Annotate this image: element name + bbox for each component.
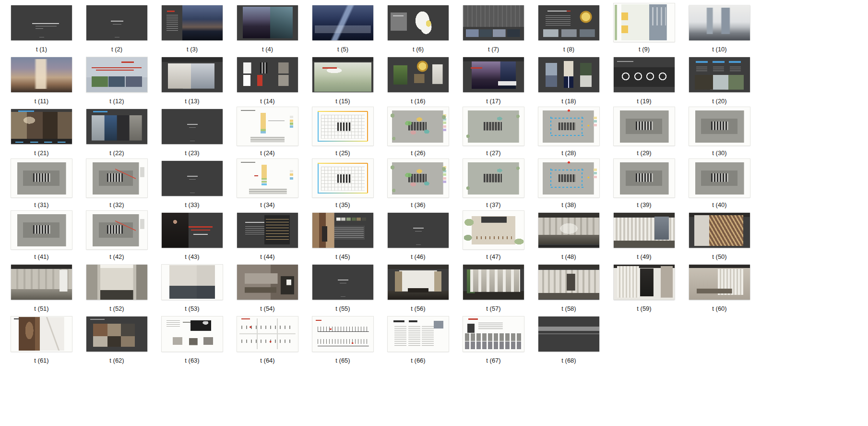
- slide-thumbnail[interactable]: [388, 213, 449, 248]
- slide-thumbnail[interactable]: [538, 213, 599, 248]
- slide-thumbnail[interactable]: [11, 57, 72, 92]
- file-item[interactable]: t (42): [79, 209, 155, 261]
- file-item[interactable]: t (36): [380, 158, 456, 209]
- file-item[interactable]: t (25): [305, 106, 380, 158]
- slide-thumbnail[interactable]: [86, 57, 147, 92]
- slide-thumbnail[interactable]: [463, 5, 524, 40]
- slide-thumbnail[interactable]: [463, 107, 524, 146]
- slide-thumbnail[interactable]: [689, 107, 750, 146]
- file-item[interactable]: t (5): [305, 2, 380, 54]
- slide-thumbnail[interactable]: [237, 107, 298, 146]
- slide-thumbnail[interactable]: [312, 57, 373, 92]
- file-item[interactable]: t (41): [4, 209, 79, 261]
- file-item[interactable]: t (23): [155, 106, 230, 158]
- file-item[interactable]: t (43): [155, 209, 230, 261]
- slide-thumbnail[interactable]: [237, 159, 298, 197]
- slide-thumbnail[interactable]: [689, 5, 750, 40]
- slide-thumbnail[interactable]: [538, 57, 599, 92]
- slide-thumbnail[interactable]: [162, 316, 223, 352]
- slide-thumbnail[interactable]: [463, 211, 524, 249]
- slide-thumbnail[interactable]: [237, 5, 298, 40]
- file-item[interactable]: t (17): [456, 54, 531, 106]
- file-item[interactable]: t (19): [606, 54, 682, 106]
- file-item[interactable]: t (56): [380, 261, 456, 313]
- file-item[interactable]: t (39): [606, 158, 682, 209]
- slide-thumbnail[interactable]: [86, 5, 147, 40]
- file-item[interactable]: t (34): [230, 158, 305, 209]
- slide-thumbnail[interactable]: [463, 316, 524, 352]
- slide-thumbnail[interactable]: [538, 265, 599, 300]
- slide-thumbnail[interactable]: [463, 57, 524, 92]
- file-item[interactable]: t (37): [456, 158, 531, 209]
- slide-thumbnail[interactable]: [312, 316, 373, 352]
- slide-thumbnail[interactable]: [312, 107, 373, 146]
- slide-thumbnail[interactable]: [614, 107, 675, 146]
- slide-thumbnail[interactable]: [614, 3, 675, 42]
- file-item[interactable]: t (33): [155, 158, 230, 209]
- file-item[interactable]: t (35): [305, 158, 380, 209]
- file-item[interactable]: t (66): [380, 313, 456, 365]
- slide-thumbnail[interactable]: [162, 57, 223, 92]
- slide-thumbnail[interactable]: [11, 265, 72, 300]
- file-item[interactable]: t (29): [606, 106, 682, 158]
- file-item[interactable]: t (54): [230, 261, 305, 313]
- file-item[interactable]: t (1): [4, 2, 79, 54]
- file-item[interactable]: t (44): [230, 209, 305, 261]
- slide-thumbnail[interactable]: [388, 5, 449, 40]
- slide-thumbnail[interactable]: [86, 211, 147, 249]
- file-item[interactable]: t (11): [4, 54, 79, 106]
- slide-thumbnail[interactable]: [237, 213, 298, 248]
- slide-thumbnail[interactable]: [614, 213, 675, 248]
- file-item[interactable]: t (7): [456, 2, 531, 54]
- file-item[interactable]: t (16): [380, 54, 456, 106]
- slide-thumbnail[interactable]: [162, 213, 223, 248]
- slide-thumbnail[interactable]: [463, 159, 524, 197]
- file-item[interactable]: t (9): [606, 2, 682, 54]
- file-item[interactable]: t (58): [531, 261, 606, 313]
- slide-thumbnail[interactable]: [86, 265, 147, 300]
- file-item[interactable]: t (21): [4, 106, 79, 158]
- file-item[interactable]: t (10): [682, 2, 757, 54]
- file-item[interactable]: t (3): [155, 2, 230, 54]
- file-item[interactable]: t (40): [682, 158, 757, 209]
- slide-thumbnail[interactable]: [162, 109, 223, 144]
- file-item[interactable]: t (55): [305, 261, 380, 313]
- slide-thumbnail[interactable]: [11, 109, 72, 144]
- file-item[interactable]: t (50): [682, 209, 757, 261]
- slide-thumbnail[interactable]: [162, 161, 223, 196]
- slide-thumbnail[interactable]: [388, 316, 449, 352]
- slide-thumbnail[interactable]: [388, 159, 449, 197]
- slide-thumbnail[interactable]: [388, 57, 449, 92]
- slide-thumbnail[interactable]: [312, 5, 373, 40]
- slide-thumbnail[interactable]: [162, 265, 223, 300]
- slide-thumbnail[interactable]: [689, 213, 750, 248]
- file-item[interactable]: t (30): [682, 106, 757, 158]
- file-item[interactable]: t (52): [79, 261, 155, 313]
- slide-thumbnail[interactable]: [614, 265, 675, 300]
- file-item[interactable]: t (28): [531, 106, 606, 158]
- file-item[interactable]: t (61): [4, 313, 79, 365]
- file-item[interactable]: t (63): [155, 313, 230, 365]
- file-item[interactable]: t (6): [380, 2, 456, 54]
- file-item[interactable]: t (67): [456, 313, 531, 365]
- slide-thumbnail[interactable]: [538, 159, 599, 197]
- slide-thumbnail[interactable]: [312, 265, 373, 300]
- file-item[interactable]: t (51): [4, 261, 79, 313]
- slide-thumbnail[interactable]: [689, 57, 750, 92]
- file-item[interactable]: t (46): [380, 209, 456, 261]
- file-item[interactable]: t (12): [79, 54, 155, 106]
- file-item[interactable]: t (60): [682, 261, 757, 313]
- file-item[interactable]: t (49): [606, 209, 682, 261]
- file-item[interactable]: t (26): [380, 106, 456, 158]
- slide-thumbnail[interactable]: [689, 265, 750, 300]
- file-item[interactable]: t (14): [230, 54, 305, 106]
- slide-thumbnail[interactable]: [237, 265, 298, 300]
- slide-thumbnail[interactable]: [237, 57, 298, 92]
- slide-thumbnail[interactable]: [11, 159, 72, 197]
- slide-thumbnail[interactable]: [312, 159, 373, 197]
- file-item[interactable]: t (8): [531, 2, 606, 54]
- file-item[interactable]: t (24): [230, 106, 305, 158]
- file-item[interactable]: t (31): [4, 158, 79, 209]
- slide-thumbnail[interactable]: [614, 57, 675, 92]
- file-item[interactable]: t (57): [456, 261, 531, 313]
